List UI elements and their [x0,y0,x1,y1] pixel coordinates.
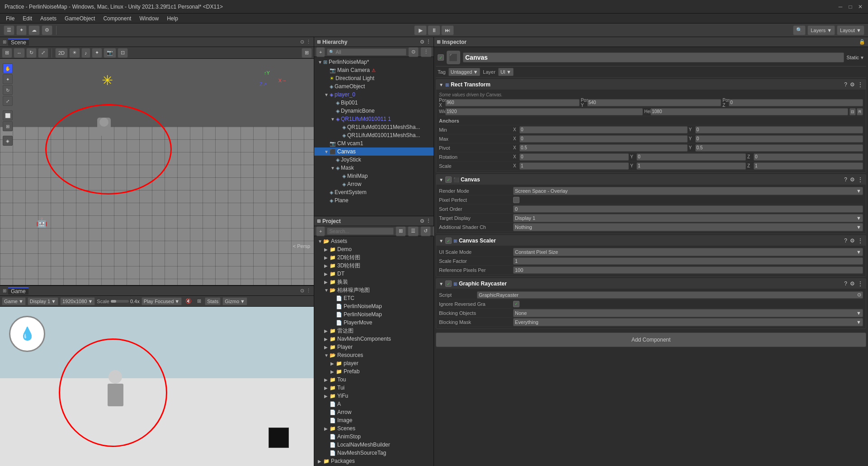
project-item[interactable]: ▶📁Prefab [314,367,434,376]
menu-edit[interactable]: Edit [19,14,36,23]
pivot-y-input[interactable] [695,144,863,152]
game-lock-icon[interactable]: ⊙ [300,288,304,294]
search-btn[interactable]: 🔍 [793,25,806,35]
project-item[interactable]: ▶📁DT [314,270,434,278]
project-col-btn[interactable]: ☰ [408,226,419,236]
shader-channel-dropdown[interactable]: Nothing ▼ [513,223,863,231]
ref-pixels-input[interactable] [513,266,863,274]
project-item[interactable]: 📄ETC [314,294,434,302]
rot-x-input[interactable] [519,153,629,161]
mute-btn[interactable]: 🔇 [184,298,193,304]
scale-z-input[interactable] [754,162,863,170]
graphic-raycaster-header[interactable]: ▼ ✓ ⊞ Graphic Raycaster ? ⚙ ⋮ [436,279,866,289]
render-mode-dropdown[interactable]: Screen Space - Overlay ▼ [513,187,863,195]
scene-tool-custom[interactable]: ◈ [3,136,13,146]
hierarchy-item-bip001[interactable]: ◈Bip001 [314,99,434,107]
project-item[interactable]: ▶📁雷达图 [314,327,434,335]
cloud-btn[interactable]: ☁ [28,25,40,35]
project-item[interactable]: ▶📁Tui [314,384,434,392]
scene-tool-transform[interactable]: ⊞ [3,121,13,131]
layout-dropdown[interactable]: Layout ▼ [837,25,864,35]
canvas-help-icon[interactable]: ? [844,176,847,183]
object-name-input[interactable] [463,52,844,62]
hierarchy-item-joystick[interactable]: ◈JoyStick [314,156,434,164]
hierarchy-item-eventSystem[interactable]: ◈EventSystem [314,188,434,196]
scene-content[interactable]: ✳ X→ ↑Y Z↗ < Persp 🤖 [0,59,314,285]
project-item[interactable]: 📄PerlinNoiseMap [314,302,434,310]
hierarchy-more-btn[interactable]: ⋮ [420,47,432,57]
scale-factor-input[interactable] [513,257,863,265]
project-item[interactable]: ▶📁2D轮转图 [314,253,434,262]
scene-tool-r[interactable]: ⤢ [38,48,48,58]
play-button[interactable]: ▶ [414,25,427,35]
project-item[interactable]: 📄Image [314,416,434,424]
project-lock-icon[interactable]: ⊙ [420,218,424,224]
scene-gizmo-toggle[interactable]: ⊡ [118,48,128,58]
project-item[interactable]: 📄PlayerMove [314,319,434,327]
maximize-button[interactable]: □ [847,4,854,10]
project-item[interactable]: 📄AnimStop [314,433,434,441]
posz-input[interactable] [729,99,863,106]
sort-order-input[interactable] [513,205,863,213]
anchor-max-y-input[interactable] [695,135,863,143]
scene-effect-btn[interactable]: ✦ [92,48,102,58]
project-add-btn[interactable]: + [316,226,325,236]
hierarchy-item-canvas[interactable]: ▼⬛Canvas [314,147,434,156]
project-item[interactable]: ▼📂Assets [314,237,434,245]
scene-lock-icon[interactable]: ⊙ [300,39,304,45]
project-item[interactable]: 📄Arrow [314,408,434,416]
static-chevron-icon[interactable]: ▼ [860,55,864,60]
target-display-dropdown[interactable]: Display 1 ▼ [513,214,863,222]
scaler-enabled-checkbox[interactable]: ✓ [445,238,452,244]
display-dropdown[interactable]: Display 1 ▼ [28,297,58,305]
project-item[interactable]: ▶📁Player [314,343,434,351]
scene-tool-move2[interactable]: ✦ [3,74,13,84]
hierarchy-item-dynamicBone[interactable]: ◈DynamicBone [314,107,434,115]
project-tree[interactable]: ▼📂Assets▶📁Demo▶📁2D轮转图▶📁3D轮转图▶📁DT▶📁换装▼📂柏林… [314,236,434,466]
project-more-icon[interactable]: ⋮ [426,218,431,224]
posy-input[interactable] [587,99,722,106]
menu-help[interactable]: Help [163,14,182,23]
scene-tool-w[interactable]: ↔ [14,48,25,58]
raycaster-more-icon[interactable]: ⋮ [858,281,863,287]
project-item[interactable]: 📄PerlinNoiseMap [314,310,434,319]
project-sync-btn[interactable]: ↺ [420,226,431,236]
anchor-min-x-input[interactable] [519,126,688,133]
rot-y-input[interactable] [637,153,746,161]
rect-more-icon[interactable]: ⋮ [858,81,863,88]
scaler-help-icon[interactable]: ? [844,238,847,244]
scene-tab[interactable]: Scene [8,38,29,46]
minimize-button[interactable]: ─ [837,4,844,10]
hierarchy-more-icon[interactable]: ⋮ [426,39,431,45]
layers-dropdown[interactable]: Layers ▼ [807,25,835,35]
script-value[interactable]: GraphicRaycaster ⊙ [477,291,863,299]
vsync-btn[interactable]: ⊞ [195,298,203,304]
project-item[interactable]: 📄NavMeshSourceTag [314,449,434,457]
layer-dropdown[interactable]: UI ▼ [498,68,514,76]
project-item[interactable]: ▶📁3D轮转图 [314,262,434,270]
project-item[interactable]: ▶📁Packages [314,457,434,465]
wh-ratio-btn[interactable]: R [857,108,863,115]
hierarchy-tree[interactable]: ▼⊞PerlinNoiseMap*📷Main Camera⚠☀Direction… [314,57,434,216]
close-button[interactable]: ✕ [857,4,863,10]
gizmo-btn[interactable]: Gizmo ▼ [222,297,247,305]
blocking-mask-dropdown[interactable]: Everything ▼ [513,318,863,326]
project-search-input[interactable] [327,228,394,235]
hierarchy-item-gameObject[interactable]: ◈GameObject [314,82,434,90]
pivot-x-input[interactable] [519,144,688,152]
inspector-lock-icon[interactable]: 🔒 [859,39,865,45]
posx-input[interactable] [445,99,580,106]
project-item[interactable]: ▶📁Scenes [314,424,434,433]
hierarchy-item-meshSha1[interactable]: ◈QR1LifuMd010011MeshSha... [314,123,434,131]
hierarchy-item-meshSha2[interactable]: ◈QR1LifuMd010011MeshSha... [314,131,434,139]
hierarchy-lock-icon[interactable]: ⊙ [420,39,424,45]
menu-assets[interactable]: Assets [37,14,60,23]
rect-transform-header[interactable]: ▼ ⊞ Rect Transform ? ⚙ ⋮ [436,80,866,90]
ui-scale-mode-dropdown[interactable]: Constant Pixel Size ▼ [513,248,863,256]
scene-tool-e[interactable]: ↻ [26,48,37,58]
hierarchy-item-perlinNoise[interactable]: ▼⊞PerlinNoiseMap* [314,58,434,66]
hierarchy-item-arrow[interactable]: ◈Arrow [314,180,434,188]
project-item[interactable]: ▶📁player [314,359,434,367]
raycaster-settings-icon[interactable]: ⚙ [850,281,855,287]
hierarchy-item-cmVcam1[interactable]: 📷CM vcam1 [314,139,434,147]
